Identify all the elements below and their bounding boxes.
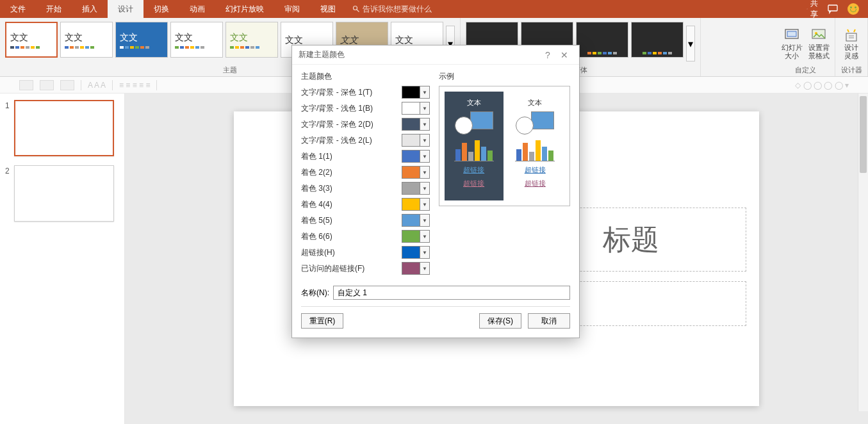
theme-thumb-4[interactable]: 文文 (170, 22, 223, 58)
tab-home[interactable]: 开始 (36, 0, 72, 18)
search-icon (352, 5, 360, 13)
color-swatch-1[interactable]: ▼ (402, 102, 430, 115)
color-swatch-3[interactable]: ▼ (402, 134, 430, 147)
dialog-close-button[interactable]: ✕ (556, 47, 573, 63)
new-theme-colors-dialog: 新建主题颜色 ? ✕ 主题颜色 文字/背景 - 深色 1(T)▼文字/背景 - … (291, 45, 580, 338)
slide-size-icon (784, 28, 799, 42)
ribbon-tabs: 文件 开始 插入 设计 切换 动画 幻灯片放映 审阅 视图 告诉我你想要做什么 … (0, 0, 868, 18)
color-swatch-8[interactable]: ▼ (402, 214, 430, 227)
color-label-7: 着色 4(4) (301, 199, 402, 210)
color-row-3: 文字/背景 - 浅色 2(L)▼ (301, 134, 430, 147)
color-row-2: 文字/背景 - 深色 2(D)▼ (301, 118, 430, 131)
color-label-10: 超链接(H) (301, 247, 402, 258)
color-row-1: 文字/背景 - 浅色 1(B)▼ (301, 102, 430, 115)
tab-design[interactable]: 设计 (108, 0, 143, 18)
preview-light: 文本 超链接 超链接 (506, 92, 565, 200)
dialog-help-button[interactable]: ? (539, 47, 556, 63)
slide-number-2: 2 (5, 165, 14, 175)
slide-thumb-2[interactable] (14, 165, 114, 222)
tab-view[interactable]: 视图 (310, 0, 346, 18)
color-row-6: 着色 3(3)▼ (301, 182, 430, 195)
color-label-4: 着色 1(1) (301, 151, 402, 162)
design-ideas-button[interactable]: 设计 灵感 (838, 18, 865, 68)
color-row-8: 着色 5(5)▼ (301, 214, 430, 227)
chevron-down-icon: ▼ (420, 102, 429, 114)
ph-2 (40, 80, 54, 90)
chevron-down-icon: ▼ (420, 167, 429, 178)
account-smile-icon[interactable] (848, 3, 859, 15)
name-input[interactable] (333, 286, 570, 300)
color-label-2: 文字/背景 - 深色 2(D) (301, 119, 402, 130)
slide-thumbnails[interactable]: 1 2 (0, 94, 125, 424)
bg-format-button[interactable]: 设置背 景格式 (805, 18, 832, 68)
variant-thumb-4[interactable] (631, 22, 684, 58)
color-row-7: 着色 4(4)▼ (301, 198, 430, 211)
chevron-down-icon: ▼ (420, 263, 429, 274)
cancel-button[interactable]: 取消 (528, 313, 570, 329)
dialog-titlebar[interactable]: 新建主题颜色 ? ✕ (292, 45, 579, 65)
themes-group-label: 主题 (223, 65, 237, 75)
theme-thumb-1[interactable]: 文文 (5, 22, 58, 58)
share-button[interactable]: 共享 (807, 3, 818, 15)
tab-review[interactable]: 审阅 (274, 0, 310, 18)
color-swatch-7[interactable]: ▼ (402, 198, 430, 211)
color-label-1: 文字/背景 - 浅色 1(B) (301, 103, 402, 114)
color-label-0: 文字/背景 - 深色 1(T) (301, 87, 402, 98)
tab-transition[interactable]: 切换 (143, 0, 179, 18)
theme-thumb-5[interactable]: 文文 (225, 22, 278, 58)
svg-line-1 (357, 10, 359, 12)
save-button[interactable]: 保存(S) (479, 313, 521, 329)
vertical-scrollbar[interactable] (858, 94, 868, 411)
svg-rect-7 (846, 33, 856, 41)
ideas-icon (844, 28, 859, 42)
chevron-down-icon: ▼ (420, 247, 429, 258)
color-label-9: 着色 6(6) (301, 231, 402, 242)
tell-me-search[interactable]: 告诉我你想要做什么 (346, 4, 438, 15)
customize-group-label: 自定义 (795, 65, 816, 75)
tab-file[interactable]: 文件 (0, 0, 36, 18)
name-label: 名称(N): (301, 288, 329, 298)
color-row-11: 已访问的超链接(F)▼ (301, 262, 430, 275)
designer-group-label: 设计器 (841, 65, 862, 75)
color-row-9: 着色 6(6)▼ (301, 230, 430, 243)
tab-animation[interactable]: 动画 (179, 0, 215, 18)
color-swatch-4[interactable]: ▼ (402, 150, 430, 163)
color-swatch-5[interactable]: ▼ (402, 166, 430, 179)
reset-button[interactable]: 重置(R) (301, 313, 343, 329)
color-label-5: 着色 2(2) (301, 167, 402, 178)
ph-1 (19, 80, 33, 90)
color-label-6: 着色 3(3) (301, 183, 402, 194)
svg-point-0 (354, 6, 357, 10)
color-row-0: 文字/背景 - 深色 1(T)▼ (301, 86, 430, 99)
bg-format-icon (811, 28, 826, 42)
share-icon (807, 4, 808, 13)
theme-thumb-3[interactable]: 文文 (115, 22, 168, 58)
slide-size-button[interactable]: 幻灯片 大小 (778, 18, 805, 68)
color-swatch-9[interactable]: ▼ (402, 230, 430, 243)
color-swatch-2[interactable]: ▼ (402, 118, 430, 131)
chevron-down-icon: ▼ (420, 118, 429, 130)
slide-thumb-1[interactable] (14, 100, 114, 156)
tab-slideshow[interactable]: 幻灯片放映 (215, 0, 274, 18)
sample-label: 示例 (439, 71, 570, 82)
color-swatch-0[interactable]: ▼ (402, 86, 430, 99)
slide-number-1: 1 (5, 100, 14, 110)
variants-more-button[interactable]: ▾ (686, 26, 695, 61)
preview-dark: 文本 超链接 超链接 (445, 92, 504, 200)
variant-thumb-3[interactable] (576, 22, 628, 58)
color-row-4: 着色 1(1)▼ (301, 150, 430, 163)
color-swatch-11[interactable]: ▼ (402, 262, 430, 275)
preview-box: 文本 超链接 超链接 文本 超链接 超链接 (439, 86, 570, 206)
color-swatch-6[interactable]: ▼ (402, 182, 430, 195)
chevron-down-icon: ▼ (420, 231, 429, 242)
color-swatch-10[interactable]: ▼ (402, 246, 430, 259)
dialog-title: 新建主题颜色 (299, 49, 345, 60)
scroll-thumb[interactable] (860, 96, 867, 173)
comments-button[interactable] (827, 3, 839, 15)
tab-insert[interactable]: 插入 (72, 0, 108, 18)
color-label-11: 已访问的超链接(F) (301, 263, 402, 274)
theme-thumb-2[interactable]: 文文 (60, 22, 113, 58)
chevron-down-icon: ▼ (420, 215, 429, 226)
theme-colors-label: 主题颜色 (301, 71, 430, 82)
color-row-10: 超链接(H)▼ (301, 246, 430, 259)
